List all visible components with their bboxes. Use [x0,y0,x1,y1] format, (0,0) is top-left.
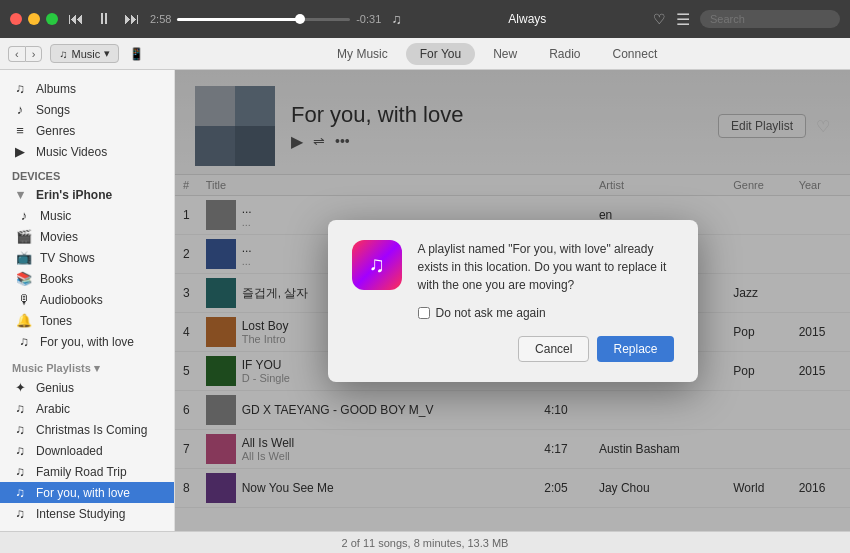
nav-arrows: ‹ › [8,46,42,62]
tv-icon: 📺 [16,250,32,265]
sidebar-item-albums[interactable]: ♫ Albums [0,78,174,99]
sidebar-item-tones[interactable]: 🔔 Tones [4,310,174,331]
sidebar-label-movies: Movies [40,230,78,244]
sidebar-label-albums: Albums [36,82,76,96]
sidebar-item-for-you-with-love[interactable]: ♫ For you, with love [4,331,174,352]
sidebar-label-music: Music [40,209,71,223]
transport-controls: ⏮ ⏸ ⏭ [68,10,140,28]
sidebar-label-tones: Tones [40,314,72,328]
dropdown-arrow-icon: ▾ [104,47,110,60]
sidebar: ♫ Albums ♪ Songs ≡ Genres ▶ Music Videos… [0,70,175,531]
status-text: 2 of 11 songs, 8 minutes, 13.3 MB [342,537,509,549]
sidebar-label-genius: Genius [36,381,74,395]
albums-icon: ♫ [12,81,28,96]
sidebar-label-for-you-playlist: For you, with love [36,486,130,500]
progress-fill [177,18,298,21]
dont-ask-label: Do not ask me again [436,306,546,320]
maximize-button[interactable] [46,13,58,25]
forward-button[interactable]: › [25,46,43,62]
progress-bar-container: 2:58 -0:31 [150,13,381,25]
sidebar-item-family-road-trip[interactable]: ♫ Family Road Trip [0,461,174,482]
intense-studying-icon: ♫ [12,506,28,521]
sidebar-item-intense-studying[interactable]: ♫ Intense Studying [0,503,174,524]
sidebar-label-books: Books [40,272,73,286]
tab-for-you[interactable]: For You [406,43,475,65]
fast-forward-button[interactable]: ⏭ [124,10,140,28]
sidebar-label-audiobooks: Audiobooks [40,293,103,307]
sidebar-item-music-videos[interactable]: ▶ Music Videos [0,141,174,162]
dialog-text: A playlist named "For you, with love" al… [418,240,674,362]
music-note-icon-small: ♫ [59,48,67,60]
device-section: ▾ Erin's iPhone ♪ Music 🎬 Movies 📺 TV Sh… [0,184,174,352]
main-layout: ♫ Albums ♪ Songs ≡ Genres ▶ Music Videos… [0,70,850,531]
christmas-icon: ♫ [12,422,28,437]
sidebar-item-songs[interactable]: ♪ Songs [0,99,174,120]
sidebar-item-iphone[interactable]: ▾ Erin's iPhone [0,184,174,205]
list-view-icon[interactable]: ☰ [676,10,690,29]
song-title: Always [412,12,643,26]
sidebar-label-family-road-trip: Family Road Trip [36,465,127,479]
sidebar-label-songs: Songs [36,103,70,117]
cancel-button[interactable]: Cancel [518,336,589,362]
location-label: Music [72,48,101,60]
sidebar-item-tv-shows[interactable]: 📺 TV Shows [4,247,174,268]
for-you-playlist-icon: ♫ [12,485,28,500]
sidebar-item-downloaded[interactable]: ♫ Downloaded [0,440,174,461]
audiobooks-icon: 🎙 [16,292,32,307]
close-button[interactable] [10,13,22,25]
progress-thumb[interactable] [295,14,305,24]
music-videos-icon: ▶ [12,144,28,159]
dont-ask-checkbox[interactable] [418,307,430,319]
device-icon: 📱 [129,47,144,61]
tab-radio[interactable]: Radio [535,43,594,65]
dialog-overlay: ♫ A playlist named "For you, with love" … [175,70,850,531]
nav-tabs: My Music For You New Radio Connect [144,43,850,65]
sidebar-label-arabic: Arabic [36,402,70,416]
sidebar-label-intense-studying: Intense Studying [36,507,125,521]
confirm-dialog: ♫ A playlist named "For you, with love" … [328,220,698,382]
heart-icon[interactable]: ♡ [653,11,666,27]
content-area: For you, with love ▶ ⇌ ••• Edit Playlist… [175,70,850,531]
replace-button[interactable]: Replace [597,336,673,362]
sidebar-item-for-you-playlist[interactable]: ♫ For you, with love [0,482,174,503]
sidebar-item-genres[interactable]: ≡ Genres [0,120,174,141]
devices-section-header: DEVICES [0,166,174,184]
tab-connect[interactable]: Connect [599,43,672,65]
sidebar-item-music[interactable]: ♪ Music [4,205,174,226]
title-bar: ⏮ ⏸ ⏭ 2:58 -0:31 ♫ Always ♡ ☰ [0,0,850,38]
family-road-trip-icon: ♫ [12,464,28,479]
songs-icon: ♪ [12,102,28,117]
sidebar-item-christmas[interactable]: ♫ Christmas Is Coming [0,419,174,440]
status-bar: 2 of 11 songs, 8 minutes, 13.3 MB [0,531,850,553]
sidebar-item-audiobooks[interactable]: 🎙 Audiobooks [4,289,174,310]
dialog-body: ♫ A playlist named "For you, with love" … [352,240,674,362]
tab-new[interactable]: New [479,43,531,65]
rewind-button[interactable]: ⏮ [68,10,84,28]
progress-track[interactable] [177,18,350,21]
sidebar-label-downloaded: Downloaded [36,444,103,458]
movies-icon: 🎬 [16,229,32,244]
library-section: ♫ Albums ♪ Songs ≡ Genres ▶ Music Videos [0,78,174,162]
time-remaining: -0:31 [356,13,381,25]
tab-my-music[interactable]: My Music [323,43,402,65]
sidebar-item-movies[interactable]: 🎬 Movies [4,226,174,247]
minimize-button[interactable] [28,13,40,25]
playlists-section-header: Music Playlists ▾ [0,356,174,377]
music-location-dropdown[interactable]: ♫ Music ▾ [50,44,119,63]
music-icon: ♪ [16,208,32,223]
itunes-icon: ♫ [352,240,402,290]
play-pause-button[interactable]: ⏸ [96,10,112,28]
tones-icon: 🔔 [16,313,32,328]
sidebar-item-books[interactable]: 📚 Books [4,268,174,289]
genius-icon: ✦ [12,380,28,395]
sidebar-item-genius[interactable]: ✦ Genius [0,377,174,398]
sidebar-label-tv-shows: TV Shows [40,251,95,265]
dialog-checkbox[interactable]: Do not ask me again [418,306,674,320]
traffic-lights [10,13,58,25]
back-button[interactable]: ‹ [8,46,25,62]
sidebar-label-for-you-with-love: For you, with love [40,335,134,349]
nav-bar: ‹ › ♫ Music ▾ 📱 My Music For You New Rad… [0,38,850,70]
search-input[interactable] [700,10,840,28]
sidebar-item-arabic[interactable]: ♫ Arabic [0,398,174,419]
sidebar-label-genres: Genres [36,124,75,138]
